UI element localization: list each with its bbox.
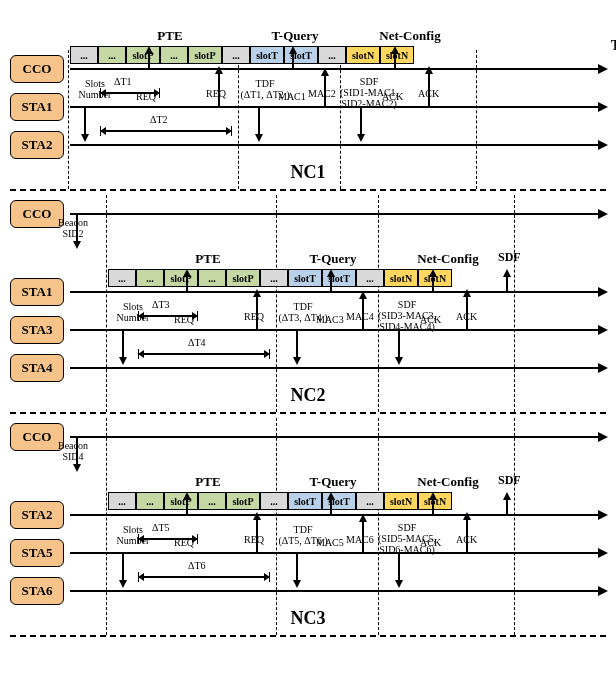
slot-dots: ... <box>356 269 384 287</box>
node-CCO: CCO <box>10 55 64 83</box>
slot-n: slotN <box>384 269 418 287</box>
slot-dots: ... <box>70 46 98 64</box>
time-axis: ΔT2 <box>70 144 606 146</box>
span-dt1 <box>138 311 198 321</box>
phase-label-tquery: T-Query <box>255 28 335 44</box>
node-STA4: STA4 <box>10 354 64 382</box>
label-beacon: Beacon SID2 <box>58 217 88 239</box>
label-sdf: SDF (SID1-MAC1, SID2-MAC2) <box>340 76 398 109</box>
slot-p: slotP <box>188 46 222 64</box>
t-axis-label: T <box>611 38 616 54</box>
label-sdf-tail: SDF <box>498 474 521 487</box>
timeline-row: CCOBeacon SID2 <box>10 195 606 233</box>
arrow-sdf-tail <box>506 275 508 291</box>
label-dt1: ΔT3 <box>152 299 170 310</box>
timeline-row: STA4ΔT4 <box>10 349 606 387</box>
timeline-row: STA1SlotsNumberΔT1TDF (ΔT1, ΔT2 )MAC2SDF… <box>10 88 606 126</box>
span-dt2 <box>138 572 270 582</box>
phase-label-netconfig: Net-Config <box>398 474 498 490</box>
span-dt2 <box>138 349 270 359</box>
label-tdf: TDF (ΔT3, ΔT4 ) <box>268 301 338 323</box>
slot-dots: ... <box>98 46 126 64</box>
node-CCO: CCO <box>10 200 64 228</box>
slot-dots: ... <box>108 492 136 510</box>
label-tdf: TDF (ΔT5, ΔT6 ) <box>268 524 338 546</box>
label-ack2: ACK <box>456 311 477 322</box>
time-axis: PTET-QueryNet-Config......slotP...slotP.… <box>70 68 606 70</box>
time-axis: ΔT4 <box>70 367 606 369</box>
time-axis: PTET-QueryNet-Config......slotP...slotP.… <box>70 291 606 293</box>
node-STA5: STA5 <box>10 539 64 567</box>
slot-n: slotN <box>384 492 418 510</box>
time-axis: Beacon SID4 <box>70 436 606 438</box>
phase-label-pte: PTE <box>130 28 210 44</box>
label-tdf: TDF (ΔT1, ΔT2 ) <box>230 78 300 100</box>
slot-dots: ... <box>222 46 250 64</box>
time-axis: PTET-QueryNet-Config......slotP...slotP.… <box>70 514 606 516</box>
slot-dots: ... <box>260 269 288 287</box>
arrow-req <box>186 275 188 291</box>
slot-dots: ... <box>198 269 226 287</box>
label-sdf: SDF (SID5-MAC5, SID6-MAC6) <box>378 522 436 555</box>
time-axis: SlotsNumberΔT1TDF (ΔT1, ΔT2 )MAC2SDF (SI… <box>70 106 606 108</box>
node-STA2: STA2 <box>10 501 64 529</box>
panel-NC3: CCOBeacon SID4STA2PTET-QueryNet-Config..… <box>10 418 606 637</box>
arrow-mac1 <box>330 498 332 514</box>
label-dt2: ΔT4 <box>188 337 206 348</box>
slot-p: slotP <box>226 269 260 287</box>
node-STA2: STA2 <box>10 131 64 159</box>
slot-dots: ... <box>198 492 226 510</box>
panel-title: NC1 <box>10 162 606 183</box>
phase-label-pte: PTE <box>168 251 248 267</box>
slot-p: slotP <box>126 46 160 64</box>
slot-dots: ... <box>356 492 384 510</box>
slot-row: ......slotP...slotP...slotTslotT...slotN… <box>70 46 414 66</box>
panel-title: NC3 <box>10 608 606 629</box>
slot-dots: ... <box>318 46 346 64</box>
label-beacon: Beacon SID4 <box>58 440 88 462</box>
time-axis: SlotsNumberΔT5TDF (ΔT5, ΔT6 )MAC6SDF (SI… <box>70 552 606 554</box>
label-mac2: MAC6 <box>346 534 374 545</box>
time-axis: SlotsNumberΔT3TDF (ΔT3, ΔT4 )MAC4SDF (SI… <box>70 329 606 331</box>
label-ack2: ACK <box>418 88 439 99</box>
arrow-ack <box>432 498 434 514</box>
phase-label-tquery: T-Query <box>293 474 373 490</box>
slot-p: slotP <box>164 492 198 510</box>
panel-title: NC2 <box>10 385 606 406</box>
label-sdf-tail: SDF <box>498 251 521 264</box>
span-dt2 <box>100 126 232 136</box>
arrow-ack <box>394 52 396 68</box>
slot-row: ......slotP...slotP...slotTslotT...slotN… <box>108 269 452 289</box>
node-STA1: STA1 <box>10 278 64 306</box>
timeline-row: STA6ΔT6 <box>10 572 606 610</box>
slot-row: ......slotP...slotP...slotTslotT...slotN… <box>108 492 452 512</box>
node-STA3: STA3 <box>10 316 64 344</box>
label-mac2: MAC4 <box>346 311 374 322</box>
arrow-mac1 <box>292 52 294 68</box>
label-dt1: ΔT5 <box>152 522 170 533</box>
span-dt1 <box>138 534 198 544</box>
label-req2: REQ <box>244 534 264 545</box>
arrow-mac1 <box>330 275 332 291</box>
panel-NC2: CCOBeacon SID2STA1PTET-QueryNet-Config..… <box>10 195 606 414</box>
slot-n: slotN <box>346 46 380 64</box>
label-dt1: ΔT1 <box>114 76 132 87</box>
label-dt2: ΔT2 <box>150 114 168 125</box>
slot-dots: ... <box>260 492 288 510</box>
slot-dots: ... <box>136 269 164 287</box>
slot-t: slotT <box>288 269 322 287</box>
panel-NC1: CCOPTET-QueryNet-Config......slotP...slo… <box>10 50 606 191</box>
phase-label-tquery: T-Query <box>293 251 373 267</box>
phase-label-pte: PTE <box>168 474 248 490</box>
timeline-row: STA3SlotsNumberΔT3TDF (ΔT3, ΔT4 )MAC4SDF… <box>10 311 606 349</box>
node-STA1: STA1 <box>10 93 64 121</box>
phase-label-netconfig: Net-Config <box>398 251 498 267</box>
slot-dots: ... <box>108 269 136 287</box>
time-axis: Beacon SID2 <box>70 213 606 215</box>
node-CCO: CCO <box>10 423 64 451</box>
arrow-req <box>186 498 188 514</box>
time-axis: ΔT6 <box>70 590 606 592</box>
slot-p: slotP <box>164 269 198 287</box>
timeline-row: STA2ΔT2 <box>10 126 606 164</box>
arrow-req <box>148 52 150 68</box>
